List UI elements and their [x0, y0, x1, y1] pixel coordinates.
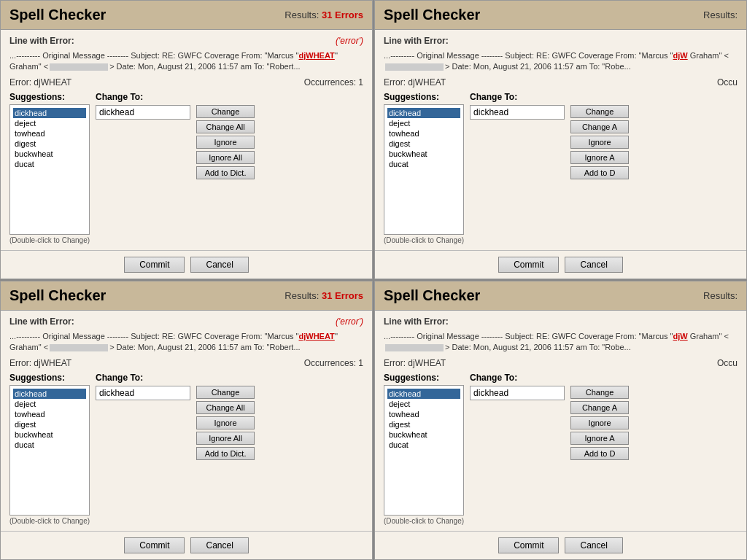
change-btn-bl[interactable]: Change	[196, 386, 255, 399]
change-all-btn-tr[interactable]: Change A	[570, 120, 629, 133]
change-to-row-tl: Change To: Change Change All Ignore Igno…	[96, 92, 255, 244]
add-to-dict-btn-br[interactable]: Add to D	[570, 447, 629, 460]
change-to-row-bl: Change To: Change Change All Ignore Igno…	[96, 373, 255, 525]
add-to-dict-btn-tl[interactable]: Add to Dict.	[196, 166, 255, 179]
change-all-btn-br[interactable]: Change A	[570, 401, 629, 414]
suggestions-box-tl[interactable]: dickhead deject towhead digest buckwheat…	[9, 104, 90, 235]
line-error-section-bl: Line with Error: ('error')	[9, 316, 363, 327]
change-to-input-tl[interactable]	[96, 105, 190, 120]
error-highlight-bl: djWHEAT	[299, 332, 335, 341]
change-to-input-tr[interactable]	[470, 105, 565, 120]
suggestion-item[interactable]: deject	[387, 399, 460, 409]
change-to-area-tr: Change To:	[470, 92, 565, 120]
change-all-btn-bl[interactable]: Change All	[196, 401, 255, 414]
change-to-label-bl: Change To:	[96, 373, 190, 383]
ignore-btn-tr[interactable]: Ignore	[570, 136, 629, 149]
suggestion-item[interactable]: dickhead	[387, 108, 460, 118]
suggestion-item[interactable]: dickhead	[387, 389, 460, 399]
error-tag-tl: ('error')	[336, 36, 363, 46]
panel-footer-bl: Commit Cancel	[1, 531, 372, 559]
change-to-row-tr: Change To: Change Change A Ignore Ignore…	[470, 92, 629, 244]
commit-btn-bl[interactable]: Commit	[124, 537, 185, 553]
suggestion-item[interactable]: digest	[13, 419, 86, 429]
error-highlight-tl: djWHEAT	[299, 51, 335, 60]
line-error-text-tr: ...--------- Original Message -------- S…	[384, 50, 738, 73]
suggestion-item[interactable]: buckwheat	[13, 149, 86, 159]
suggestion-item[interactable]: ducat	[13, 159, 86, 169]
suggestions-box-tr[interactable]: dickhead deject towhead digest buckwheat…	[384, 104, 464, 235]
ignore-btn-tl[interactable]: Ignore	[196, 136, 255, 149]
blurred-email-tr	[385, 63, 444, 71]
suggestions-area-tr: Suggestions: dickhead deject towhead dig…	[384, 92, 738, 244]
change-to-input-br[interactable]	[470, 386, 565, 400]
suggestion-item[interactable]: deject	[13, 399, 86, 409]
line-error-label-tl: Line with Error:	[9, 36, 74, 46]
suggestion-item[interactable]: ducat	[387, 159, 460, 169]
suggestions-list-tr: dickhead deject towhead digest buckwheat…	[387, 108, 460, 169]
suggestion-item[interactable]: buckwheat	[13, 429, 86, 440]
spell-checker-panel-tl: Spell Checker Results: 31 Errors Line wi…	[0, 0, 373, 279]
suggestion-item[interactable]: towhead	[13, 409, 86, 419]
suggestion-item[interactable]: ducat	[387, 440, 460, 450]
blurred-email-bl	[50, 344, 108, 351]
line-error-text-bl: ...--------- Original Message -------- S…	[9, 331, 363, 354]
ignore-all-btn-bl[interactable]: Ignore All	[196, 432, 255, 445]
double-click-hint-tl: (Double-click to Change)	[9, 236, 90, 244]
cancel-btn-br[interactable]: Cancel	[565, 537, 622, 553]
commit-btn-tr[interactable]: Commit	[498, 257, 559, 273]
change-btn-br[interactable]: Change	[570, 386, 629, 399]
suggestion-item[interactable]: ducat	[13, 440, 86, 450]
suggestions-wrapper-bl: Suggestions: dickhead deject towhead dig…	[9, 373, 90, 525]
suggestion-item[interactable]: digest	[387, 139, 460, 149]
commit-btn-tl[interactable]: Commit	[124, 257, 185, 273]
change-to-input-bl[interactable]	[96, 386, 190, 400]
change-all-btn-tl[interactable]: Change All	[196, 120, 255, 133]
suggestions-box-bl[interactable]: dickhead deject towhead digest buckwheat…	[9, 385, 90, 516]
suggestion-item[interactable]: digest	[13, 139, 86, 149]
line-error-section-br: Line with Error:	[384, 316, 738, 327]
add-to-dict-btn-bl[interactable]: Add to Dict.	[196, 447, 255, 460]
panel-results-value-tl: 31 Errors	[322, 9, 363, 20]
suggestion-item[interactable]: digest	[387, 419, 460, 429]
ignore-btn-bl[interactable]: Ignore	[196, 416, 255, 429]
suggestion-item[interactable]: towhead	[387, 128, 460, 139]
panel-footer-tr: Commit Cancel	[375, 250, 746, 279]
blurred-email-tl	[50, 63, 108, 71]
ignore-btn-br[interactable]: Ignore	[570, 416, 629, 429]
panel-header-tr: Spell Checker Results:	[375, 1, 746, 30]
suggestions-area-bl: Suggestions: dickhead deject towhead dig…	[9, 373, 363, 525]
suggestions-wrapper-tl: Suggestions: dickhead deject towhead dig…	[9, 92, 90, 244]
spell-checker-panel-br: Spell Checker Results: Line with Error: …	[374, 281, 747, 560]
commit-btn-br[interactable]: Commit	[498, 537, 559, 553]
suggestions-box-br[interactable]: dickhead deject towhead digest buckwheat…	[384, 385, 464, 516]
suggestion-item[interactable]: buckwheat	[387, 149, 460, 159]
ignore-all-btn-br[interactable]: Ignore A	[570, 432, 629, 445]
suggestion-item[interactable]: dickhead	[13, 108, 86, 118]
suggestion-item[interactable]: dickhead	[13, 389, 86, 399]
suggestion-item[interactable]: buckwheat	[387, 429, 460, 440]
panel-header-bl: Spell Checker Results: 31 Errors	[1, 281, 372, 311]
line-error-label-tr: Line with Error:	[384, 36, 449, 46]
line-error-label-br: Line with Error:	[384, 316, 449, 327]
change-btn-tr[interactable]: Change	[570, 105, 629, 118]
change-btn-tl[interactable]: Change	[196, 105, 255, 118]
add-to-dict-btn-tr[interactable]: Add to D	[570, 166, 629, 179]
suggestion-item[interactable]: deject	[13, 118, 86, 128]
suggestions-label-bl: Suggestions:	[9, 373, 90, 383]
error-tag-bl: ('error')	[336, 316, 363, 327]
suggestion-item[interactable]: deject	[387, 118, 460, 128]
ignore-all-btn-tl[interactable]: Ignore All	[196, 151, 255, 164]
cancel-btn-tl[interactable]: Cancel	[190, 257, 248, 273]
cancel-btn-tr[interactable]: Cancel	[565, 257, 622, 273]
buttons-area-bl: Change Change All Ignore Ignore All Add …	[196, 373, 255, 460]
ignore-all-btn-tr[interactable]: Ignore A	[570, 151, 629, 164]
panel-body-tr: Line with Error: ...--------- Original M…	[375, 30, 746, 250]
panel-results-tr: Results:	[703, 9, 738, 20]
panel-title-br: Spell Checker	[384, 287, 480, 304]
change-to-label-tl: Change To:	[96, 92, 190, 102]
suggestion-item[interactable]: towhead	[13, 128, 86, 139]
line-error-text-tl: ...--------- Original Message -------- S…	[9, 50, 363, 73]
buttons-area-br: Change Change A Ignore Ignore A Add to D	[570, 373, 629, 460]
suggestion-item[interactable]: towhead	[387, 409, 460, 419]
cancel-btn-bl[interactable]: Cancel	[190, 537, 248, 553]
